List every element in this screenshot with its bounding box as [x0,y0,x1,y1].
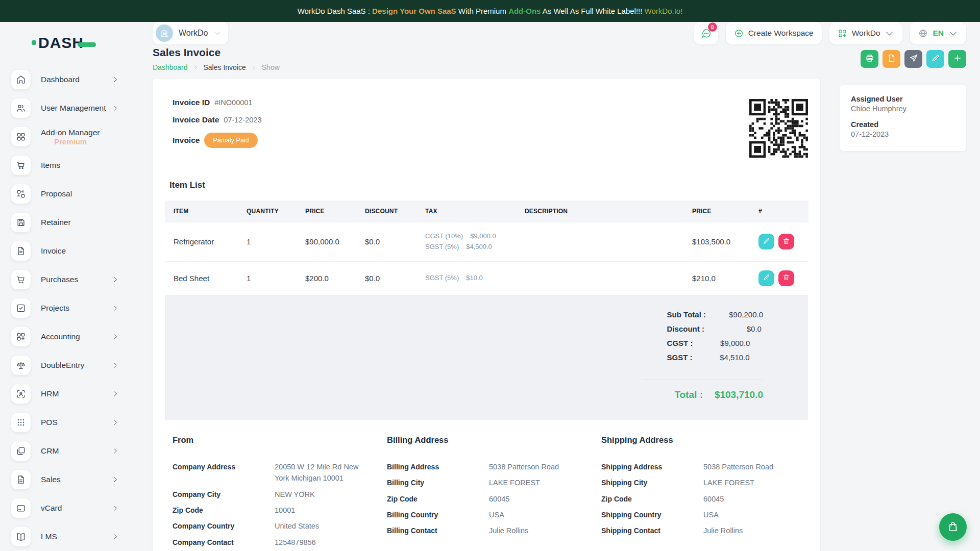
sidebar-item-invoice[interactable]: Invoice [0,237,144,265]
frame-icon [11,441,31,461]
row-delete-button[interactable] [778,270,794,286]
address-row: Billing Address5038 Patterson Road [387,461,586,472]
logo-text: DASH [38,34,84,52]
address-row: Shipping CityLAKE FOREST [601,477,800,488]
floating-cart-button[interactable] [939,513,967,541]
action-buttons [861,50,966,68]
sidebar-item-crm[interactable]: CRM [0,437,144,465]
item-row-refrigerator: Refrigerator1$90,000.0$0.0CGST (10%)$9,0… [165,222,808,262]
row-edit-button[interactable] [758,234,774,249]
sidebar-item-lms[interactable]: LMS [0,522,144,551]
plus-circle-icon [734,29,744,38]
chevron-right-icon [112,76,119,83]
chevron-right-icon [112,505,119,512]
sidebar-item-purchases[interactable]: Purchases [0,265,144,294]
home-icon [11,70,31,89]
plus-icon [953,54,962,64]
item-total: $210.0 [683,261,750,295]
item-price: $90,000.0 [297,222,356,262]
edit-button[interactable] [926,50,944,68]
address-row: Billing CityLAKE FOREST [387,477,586,488]
address-row: Shipping CountryUSA [601,509,800,520]
send-button[interactable] [904,50,922,68]
address-sections: FromCompany Address20050 W 12 Mile Rd Ne… [165,435,808,551]
page-title: Sales Invoice [153,46,280,59]
tax-line: SGST (5%)$4,500.0 [425,242,507,253]
chevron-right-icon [112,533,119,540]
file-icon [11,470,31,489]
breadcrumb: DashboardSales InvoiceShow [153,63,280,71]
chevron-right-icon [112,305,119,312]
banner-segment: With Premium [456,7,509,15]
address-section-title: From [173,435,372,445]
pencil-icon [763,273,770,283]
chevron-right-icon [112,362,119,369]
trash-icon [782,237,790,246]
sidebar-item-label: Add-on Manager [41,128,100,137]
sidebar-item-retainer[interactable]: Retainer [0,208,144,237]
chevron-right-icon [193,65,199,70]
banner-segment: WorkDo Dash SaaS : [298,7,372,15]
messages-badge: 0 [708,22,717,32]
sidebar-item-label: Retainer [41,218,71,227]
premium-badge: Premium [54,137,100,146]
column-header-price: PRICE [297,201,356,222]
item-tax: SGST (5%)$10.0 [416,261,516,295]
item-description [516,261,683,295]
invoice-date-row: Invoice Date 07-12-2023 [173,115,261,124]
promo-banner: WorkDo Dash SaaS : Design Your Own SaaS … [0,0,980,22]
sidebar-item-label: Proposal [41,189,72,198]
breadcrumb-item-dashboard[interactable]: Dashboard [153,63,188,71]
workspace-selector[interactable]: WorkDo [153,22,228,44]
add-payment-button[interactable] [948,50,966,68]
sidebar-item-vcard[interactable]: vCard [0,494,144,522]
column-header-tax: TAX [416,201,516,222]
pencil-icon [931,54,940,64]
invoice-id-value: #INO00001 [214,98,252,107]
item-description [516,222,683,262]
sidebar: DASH DashboardUser ManagementAdd-on Mana… [0,22,144,551]
grid-icon [11,127,31,146]
item-price: $200.0 [297,261,356,295]
sidebar-item-label: CRM [41,446,59,456]
item-discount: $0.0 [356,261,416,295]
download-document-button[interactable] [883,50,900,68]
address-section-title: Billing Address [387,435,586,445]
sidebar-item-proposal[interactable]: Proposal [0,180,144,208]
language-dropdown[interactable]: EN [910,22,966,44]
chevron-right-icon [112,419,119,426]
sidebar-item-dashboard[interactable]: Dashboard [0,65,144,94]
row-delete-button[interactable] [778,234,794,249]
sidebar-item-sales[interactable]: Sales [0,465,144,494]
banner-segment: Add-Ons [508,7,541,15]
sidebar-item-user-management[interactable]: User Management [0,94,144,122]
create-workspace-button[interactable]: Create Workspace [726,22,822,44]
address-row: Shipping Address5038 Patterson Road [601,461,800,472]
sidebar-item-doubleentry[interactable]: DoubleEntry [0,351,144,380]
users-icon [11,98,31,118]
address-row: Company CityNEW YORK [173,489,372,500]
chevron-down-icon [885,29,894,38]
sidebar-item-label: DoubleEntry [41,361,84,370]
chevron-down-icon [948,29,958,38]
topbar: WorkDo 0 Create Workspace WorkDo [153,22,966,44]
app-logo[interactable]: DASH [32,32,144,53]
main-area: WorkDo 0 Create Workspace WorkDo [144,22,980,551]
item-list-title: Item List [169,180,808,190]
sidebar-item-accounting[interactable]: Accounting [0,322,144,351]
workspace-dropdown[interactable]: WorkDo [829,22,903,44]
print-button[interactable] [861,50,878,68]
column-header-discount: DISCOUNT [356,201,416,222]
sidebar-item-add-on-manager[interactable]: Add-on ManagerPremium [0,122,144,151]
breadcrumb-item-sales-invoice[interactable]: Sales Invoice [204,63,246,71]
grand-total-label: Total : [674,389,703,400]
row-edit-button[interactable] [758,270,774,286]
created-label: Created [851,120,955,129]
sidebar-item-hrm[interactable]: HRM [0,380,144,408]
content-row: Invoice ID #INO00001 Invoice Date 07-12-… [153,79,966,551]
sidebar-item-pos[interactable]: POS [0,408,144,437]
sidebar-item-projects[interactable]: Projects [0,294,144,322]
messages-button[interactable]: 0 [694,22,718,44]
app-shell: DASH DashboardUser ManagementAdd-on Mana… [0,22,980,551]
sidebar-item-items[interactable]: Items [0,151,144,180]
